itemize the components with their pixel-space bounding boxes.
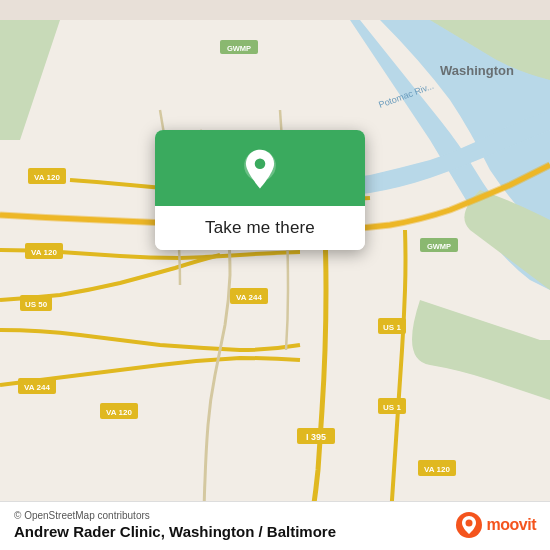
bottom-bar: © OpenStreetMap contributors Andrew Rade…	[0, 501, 550, 550]
svg-text:VA 120: VA 120	[424, 465, 450, 474]
take-me-there-button[interactable]: Take me there	[155, 206, 365, 250]
bottom-left: © OpenStreetMap contributors Andrew Rade…	[14, 510, 336, 540]
svg-text:VA 244: VA 244	[24, 383, 50, 392]
svg-text:VA 120: VA 120	[31, 248, 57, 257]
svg-point-32	[465, 520, 472, 527]
svg-text:Washington: Washington	[440, 63, 514, 78]
map-popup: Take me there	[155, 130, 365, 250]
svg-text:I 395: I 395	[306, 432, 326, 442]
map-background: I 395 VA 120 VA 120 US 50 VA 244 VA 120 …	[0, 0, 550, 550]
moovit-brand-icon	[455, 511, 483, 539]
osm-credit: © OpenStreetMap contributors	[14, 510, 336, 521]
svg-text:VA 120: VA 120	[34, 173, 60, 182]
map-container: I 395 VA 120 VA 120 US 50 VA 244 VA 120 …	[0, 0, 550, 550]
svg-text:US 50: US 50	[25, 300, 48, 309]
svg-point-30	[255, 159, 266, 170]
moovit-logo: moovit	[455, 511, 536, 539]
svg-text:GWMP: GWMP	[427, 242, 451, 251]
svg-text:VA 244: VA 244	[236, 293, 262, 302]
svg-text:GWMP: GWMP	[227, 44, 251, 53]
svg-text:VA 120: VA 120	[106, 408, 132, 417]
location-pin-icon	[238, 148, 282, 192]
popup-green-section	[155, 130, 365, 206]
location-title: Andrew Rader Clinic, Washington / Baltim…	[14, 523, 336, 540]
moovit-brand-text: moovit	[487, 516, 536, 534]
svg-text:US 1: US 1	[383, 323, 401, 332]
svg-text:US 1: US 1	[383, 403, 401, 412]
